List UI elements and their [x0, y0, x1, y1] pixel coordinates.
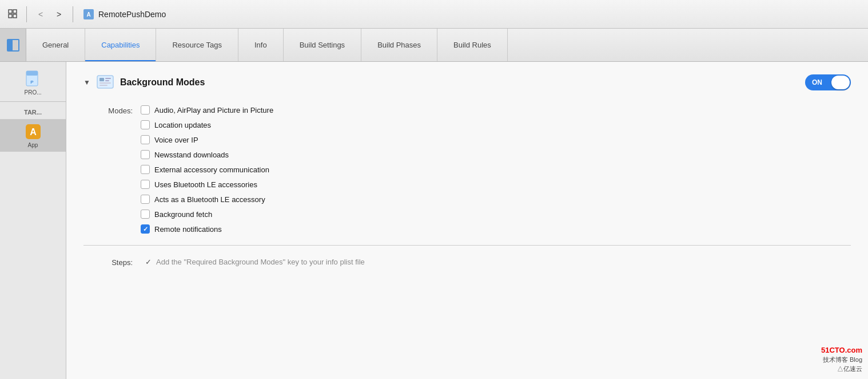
mode-checkbox-bgfetch[interactable]: [141, 210, 150, 219]
mode-label-newsstand: Newsstand downloads: [154, 151, 229, 159]
sidebar-item-target-section: TAR...: [0, 104, 66, 119]
svg-rect-7: [26, 71, 38, 76]
mode-item-ble-acts[interactable]: Acts as a Bluetooth LE accessory: [141, 195, 273, 204]
app-target-icon: A: [24, 123, 42, 141]
svg-rect-3: [13, 14, 17, 18]
tab-resource-tags[interactable]: Resource Tags: [156, 29, 238, 61]
watermark-line1: 51CTO.com: [821, 345, 862, 356]
mode-item-external[interactable]: External accessory communication: [141, 165, 273, 174]
svg-text:A: A: [30, 127, 37, 137]
titlebar: < > A RemotePushDemo: [0, 0, 868, 29]
watermark-line2: 技术博客 Blog: [821, 356, 862, 364]
mode-checkbox-newsstand[interactable]: [141, 150, 150, 159]
sidebar-item-project[interactable]: P PRO...: [0, 66, 66, 99]
sidebar-toggle-icon: [7, 39, 19, 52]
mode-checkbox-ble-uses[interactable]: [141, 180, 150, 189]
project-icon: A: [82, 8, 95, 21]
forward-button[interactable]: >: [52, 7, 66, 21]
mode-label-voip: Voice over IP: [154, 136, 198, 144]
main-layout: P PRO... TAR... A App ▼: [0, 62, 868, 379]
svg-rect-16: [99, 85, 107, 86]
mode-item-newsstand[interactable]: Newsstand downloads: [141, 150, 273, 159]
svg-rect-13: [105, 78, 111, 79]
steps-check-icon: ✓: [145, 258, 152, 266]
svg-rect-15: [99, 82, 111, 84]
modes-container: Modes: Audio, AirPlay and Picture in Pic…: [83, 105, 851, 234]
svg-rect-12: [99, 78, 104, 81]
mode-label-bgfetch: Background fetch: [154, 210, 212, 219]
sidebar-app-label: App: [28, 142, 38, 148]
svg-text:A: A: [86, 11, 90, 18]
tabs-bar: General Capabilities Resource Tags Info …: [0, 29, 868, 62]
watermark: 51CTO.com 技术博客 Blog △亿速云: [821, 345, 862, 373]
mode-checkbox-voip[interactable]: [141, 135, 150, 144]
mode-label-audio: Audio, AirPlay and Picture in Picture: [154, 106, 273, 115]
section-divider: [83, 245, 851, 246]
tab-info[interactable]: Info: [238, 29, 284, 61]
sidebar-project-label: PRO...: [24, 89, 41, 96]
steps-label: Steps:: [106, 257, 141, 267]
tab-general[interactable]: General: [26, 29, 85, 61]
mode-item-location[interactable]: Location updates: [141, 120, 273, 129]
svg-rect-1: [13, 10, 17, 13]
mode-checkbox-location[interactable]: [141, 120, 150, 129]
sidebar-target-section-label: TAR...: [24, 109, 42, 116]
collapse-icon[interactable]: ▼: [83, 78, 90, 86]
sidebar-item-app-target[interactable]: A App: [0, 119, 66, 152]
grid-icon[interactable]: [7, 8, 19, 21]
mode-label-location: Location updates: [154, 121, 211, 129]
tab-build-rules[interactable]: Build Rules: [437, 29, 508, 61]
toggle-on-label: ON: [806, 78, 831, 86]
mode-item-remote[interactable]: Remote notifications: [141, 224, 273, 234]
tabs-list: General Capabilities Resource Tags Info …: [26, 29, 868, 61]
tab-capabilities[interactable]: Capabilities: [85, 29, 156, 61]
sidebar: P PRO... TAR... A App: [0, 62, 66, 379]
project-name: RemotePushDemo: [98, 10, 166, 19]
toggle-knob: [831, 76, 850, 89]
svg-text:P: P: [30, 80, 34, 85]
svg-rect-11: [97, 76, 113, 88]
mode-checkbox-external[interactable]: [141, 165, 150, 174]
modes-list: Audio, AirPlay and Picture in Picture Lo…: [141, 105, 273, 234]
mode-checkbox-remote[interactable]: [141, 224, 150, 234]
project-info: A RemotePushDemo: [82, 8, 166, 21]
watermark-line3: △亿速云: [821, 365, 862, 373]
mode-label-ble-uses: Uses Bluetooth LE accessories: [154, 180, 257, 189]
mode-item-ble-uses[interactable]: Uses Bluetooth LE accessories: [141, 180, 273, 189]
modes-row: Modes: Audio, AirPlay and Picture in Pic…: [106, 105, 851, 234]
tab-build-phases[interactable]: Build Phases: [361, 29, 437, 61]
titlebar-divider: [26, 6, 27, 22]
steps-text: Add the "Required Background Modes" key …: [156, 258, 365, 266]
svg-rect-2: [9, 14, 12, 18]
mode-label-external: External accessory communication: [154, 165, 269, 174]
mode-item-audio[interactable]: Audio, AirPlay and Picture in Picture: [141, 105, 273, 115]
mode-item-bgfetch[interactable]: Background fetch: [141, 210, 273, 219]
mode-checkbox-audio[interactable]: [141, 105, 150, 115]
svg-rect-14: [105, 80, 109, 81]
project-file-icon: P: [24, 70, 42, 88]
section-header-left: ▼ Background Modes: [83, 73, 205, 92]
svg-rect-0: [9, 10, 12, 13]
mode-checkbox-ble-acts[interactable]: [141, 195, 150, 204]
tab-build-settings[interactable]: Build Settings: [284, 29, 362, 61]
section-header: ▼ Background Modes ON: [83, 73, 851, 92]
background-modes-icon: [96, 73, 114, 92]
mode-label-ble-acts: Acts as a Bluetooth LE accessory: [154, 195, 265, 204]
sidebar-toggle-button[interactable]: [0, 29, 26, 61]
modes-label: Modes:: [106, 105, 141, 115]
section-title: Background Modes: [120, 77, 205, 88]
steps-row: Steps: ✓ Add the "Required Background Mo…: [83, 257, 851, 267]
back-button[interactable]: <: [34, 7, 47, 21]
toggle-switch[interactable]: ON: [805, 74, 851, 90]
mode-label-remote: Remote notifications: [154, 225, 222, 234]
titlebar-divider2: [73, 6, 73, 22]
mode-item-voip[interactable]: Voice over IP: [141, 135, 273, 144]
content-area: ▼ Background Modes ON: [66, 62, 868, 379]
